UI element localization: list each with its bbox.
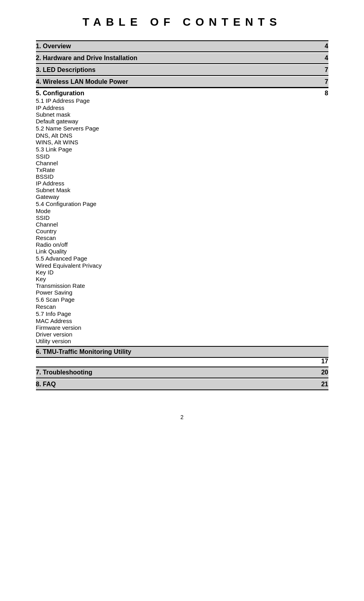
- item-subnet-mask-2: Subnet Mask: [36, 187, 328, 193]
- section7-page: 20: [321, 369, 328, 376]
- item-driver-version: Driver version: [36, 331, 328, 338]
- section8-page: 21: [321, 381, 328, 388]
- page-number: 2: [36, 414, 328, 420]
- item-radio-on-off: Radio on/off: [36, 241, 328, 248]
- item-wep: Wired Equivalent Privacy: [36, 262, 328, 269]
- section6-page: [323, 348, 328, 355]
- item-txrate: TxRate: [36, 166, 328, 173]
- section7-label: 7. Troubleshooting: [36, 369, 92, 376]
- item-wins-alt-wins: WINS, Alt WINS: [36, 139, 328, 146]
- section6-label: 6. TMU-Traffic Monitoring Utility: [36, 348, 132, 355]
- toc-row-section4: 4. Wireless LAN Module Power 7: [36, 77, 328, 88]
- toc-row-section5: 5. Configuration 8: [36, 88, 328, 97]
- item-default-gateway: Default gateway: [36, 118, 328, 125]
- section5-page: 8: [325, 90, 328, 97]
- toc-row-section8: 8. FAQ 21: [36, 379, 328, 390]
- section1-page: 4: [325, 43, 328, 50]
- item-rescan-1: Rescan: [36, 234, 328, 241]
- toc-row-section3: 3. LED Descriptions 7: [36, 65, 328, 76]
- item-key: Key: [36, 276, 328, 282]
- page-container: TABLE OF CONTENTS 1. Overview 4 2. Hardw…: [28, 0, 336, 436]
- toc-row-section1: 1. Overview 4: [36, 40, 328, 52]
- subsection-5-5-label: 5.5 Advanced Page: [36, 255, 328, 262]
- item-mac-address: MAC Address: [36, 318, 328, 324]
- subsection-5-1-label: 5.1 IP Address Page: [36, 97, 328, 104]
- item-ssid-1: SSID: [36, 153, 328, 160]
- section3-label: 3. LED Descriptions: [36, 66, 96, 74]
- subsection-5-4-label: 5.4 Configuration Page: [36, 200, 328, 208]
- toc-row-section2: 2. Hardware and Drive Installation 4: [36, 53, 328, 64]
- item-mode: Mode: [36, 208, 328, 214]
- item-firmware-version: Firmware version: [36, 324, 328, 331]
- item-channel-1: Channel: [36, 160, 328, 166]
- section6-page-number: 17: [36, 358, 328, 365]
- item-ip-address-2: IP Address: [36, 180, 328, 187]
- item-power-saving: Power Saving: [36, 289, 328, 296]
- section4-page: 7: [325, 78, 328, 85]
- item-gateway: Gateway: [36, 193, 328, 200]
- toc-row-section7: 7. Troubleshooting 20: [36, 367, 328, 378]
- table-of-contents: 1. Overview 4 2. Hardware and Drive Inst…: [36, 40, 328, 390]
- subsection-5-3-label: 5.3 Link Page: [36, 146, 328, 153]
- item-link-quality: Link Quality: [36, 248, 328, 255]
- section8-label: 8. FAQ: [36, 381, 56, 388]
- section2-page: 4: [325, 55, 328, 62]
- item-subnet-mask-1: Subnet mask: [36, 111, 328, 118]
- item-channel-2: Channel: [36, 221, 328, 228]
- subsection-5-2-label: 5.2 Name Servers Page: [36, 125, 328, 132]
- subsection-5-6-label: 5.6 Scan Page: [36, 296, 328, 303]
- section2-label: 2. Hardware and Drive Installation: [36, 55, 138, 62]
- toc-row-section6: 6. TMU-Traffic Monitoring Utility: [36, 346, 328, 358]
- item-key-id: Key ID: [36, 269, 328, 276]
- section1-label: 1. Overview: [36, 43, 71, 50]
- item-ip-address-1: IP Address: [36, 104, 328, 111]
- item-country: Country: [36, 228, 328, 234]
- item-transmission-rate: Transmission Rate: [36, 282, 328, 289]
- item-rescan-2: Rescan: [36, 303, 328, 310]
- page-title: TABLE OF CONTENTS: [36, 16, 328, 28]
- item-utility-version: Utility version: [36, 338, 328, 344]
- item-bssid: BSSID: [36, 173, 328, 180]
- subsection-5-7-label: 5.7 Info Page: [36, 310, 328, 318]
- item-dns-alt-dns: DNS, Alt DNS: [36, 132, 328, 139]
- section6-wrapper: 6. TMU-Traffic Monitoring Utility 17: [36, 346, 328, 365]
- item-ssid-2: SSID: [36, 214, 328, 221]
- section4-label: 4. Wireless LAN Module Power: [36, 78, 128, 85]
- section5-label: 5. Configuration: [36, 90, 85, 97]
- section3-page: 7: [325, 66, 328, 74]
